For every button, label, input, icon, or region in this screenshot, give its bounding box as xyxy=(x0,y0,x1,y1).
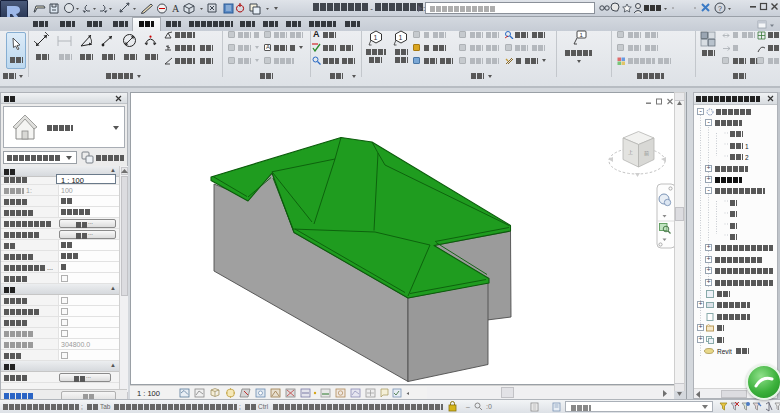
svg-text:前: 前 xyxy=(644,150,649,156)
svg-text:1: 1 xyxy=(374,34,378,41)
svg-text:上: 上 xyxy=(628,149,633,155)
svg-text:?: ? xyxy=(718,5,722,12)
svg-text:A: A xyxy=(172,3,180,14)
svg-text:1: 1 xyxy=(399,34,403,41)
